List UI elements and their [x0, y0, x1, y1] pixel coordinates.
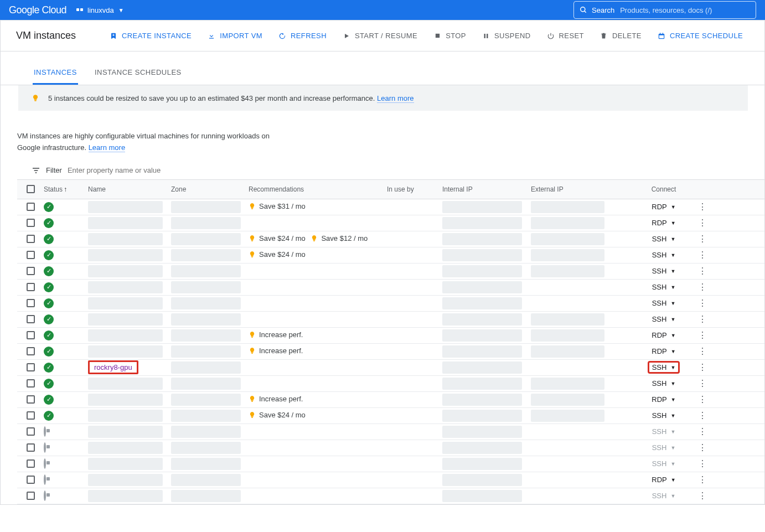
more-actions-button[interactable]: ⋮	[698, 218, 707, 228]
connect-button[interactable]: SSH▼	[649, 314, 679, 324]
col-internal-ip[interactable]: Internal IP	[442, 185, 531, 193]
create-instance-button[interactable]: CREATE INSTANCE	[101, 26, 199, 46]
recommendation-chip[interactable]: Increase perf.	[249, 330, 303, 339]
chevron-down-icon: ▼	[671, 477, 676, 483]
recommendation-chip[interactable]: Save $24 / mo	[249, 411, 306, 419]
recommendation-chip[interactable]: Increase perf.	[249, 395, 303, 403]
delete-button[interactable]: DELETE	[592, 26, 649, 46]
connect-button[interactable]: SSH▼	[649, 410, 679, 421]
more-actions-button[interactable]: ⋮	[698, 202, 707, 211]
connect-button[interactable]: RDP▼	[648, 394, 679, 405]
col-status[interactable]: Status↑	[44, 185, 88, 193]
row-checkbox[interactable]	[27, 267, 35, 275]
table-row: ✓SSH▼⋮	[17, 280, 764, 296]
col-name[interactable]: Name	[88, 185, 171, 193]
col-connect[interactable]: Connect	[636, 185, 691, 193]
row-checkbox[interactable]	[27, 476, 35, 484]
import-vm-button[interactable]: IMPORT VM	[199, 26, 270, 46]
more-actions-button[interactable]: ⋮	[698, 475, 707, 484]
banner-learn-more-link[interactable]: Learn more	[377, 94, 413, 103]
select-all-checkbox[interactable]	[27, 185, 35, 193]
row-checkbox[interactable]	[27, 443, 35, 452]
desc-learn-more-link[interactable]: Learn more	[89, 143, 125, 152]
more-actions-button[interactable]: ⋮	[698, 347, 707, 356]
more-actions-button[interactable]: ⋮	[698, 250, 707, 260]
connect-button[interactable]: RDP▼	[648, 202, 679, 212]
more-actions-button[interactable]: ⋮	[698, 298, 707, 308]
chevron-down-icon: ▼	[670, 493, 675, 499]
connect-button[interactable]: SSH▼	[649, 282, 679, 292]
connect-button[interactable]: SSH▼	[649, 362, 679, 373]
col-recommendations[interactable]: Recommendations	[249, 185, 387, 193]
connect-button[interactable]: RDP▼	[648, 474, 679, 485]
row-checkbox[interactable]	[27, 379, 35, 388]
tab-instances[interactable]: INSTANCES	[33, 68, 78, 85]
more-actions-button[interactable]: ⋮	[698, 443, 707, 452]
recommendation-chip[interactable]: Increase perf.	[249, 347, 303, 355]
connect-button[interactable]: RDP▼	[648, 346, 679, 357]
connect-button[interactable]: SSH▼	[649, 442, 679, 453]
connect-button[interactable]: SSH▼	[649, 250, 679, 260]
more-actions-button[interactable]: ⋮	[698, 234, 707, 244]
suspend-button[interactable]: SUSPEND	[474, 26, 539, 46]
row-checkbox[interactable]	[27, 283, 35, 291]
row-checkbox[interactable]	[27, 251, 35, 259]
start-button[interactable]: START / RESUME	[334, 26, 425, 46]
connect-button[interactable]: SSH▼	[649, 298, 679, 308]
row-checkbox[interactable]	[27, 395, 35, 404]
more-actions-button[interactable]: ⋮	[698, 411, 707, 420]
connect-button[interactable]: RDP▼	[648, 218, 679, 228]
row-checkbox[interactable]	[27, 203, 35, 211]
row-checkbox[interactable]	[27, 235, 35, 243]
more-actions-button[interactable]: ⋮	[698, 282, 707, 292]
row-checkbox[interactable]	[27, 427, 35, 436]
reset-button[interactable]: RESET	[539, 26, 592, 46]
col-inuse[interactable]: In use by	[387, 185, 442, 193]
connect-button[interactable]: SSH▼	[649, 378, 679, 389]
more-actions-button[interactable]: ⋮	[698, 395, 707, 404]
row-checkbox[interactable]	[27, 411, 35, 420]
row-checkbox[interactable]	[27, 315, 35, 323]
recommendation-chip[interactable]: Save $31 / mo	[249, 202, 306, 210]
row-checkbox[interactable]	[27, 347, 35, 355]
search-box[interactable]: Search Products, resources, docs (/)	[573, 1, 756, 19]
col-zone[interactable]: Zone	[171, 185, 249, 193]
connect-button[interactable]: RDP▼	[648, 330, 679, 340]
row-checkbox[interactable]	[27, 492, 35, 500]
more-actions-button[interactable]: ⋮	[698, 330, 707, 340]
row-checkbox[interactable]	[27, 219, 35, 227]
more-actions-button[interactable]: ⋮	[698, 491, 707, 500]
connect-button[interactable]: SSH▼	[649, 490, 679, 501]
project-picker[interactable]: linuxvda ▼	[76, 6, 124, 14]
row-checkbox[interactable]	[27, 363, 35, 371]
connect-button[interactable]: SSH▼	[649, 426, 679, 437]
more-actions-button[interactable]: ⋮	[698, 379, 707, 388]
row-checkbox[interactable]	[27, 299, 35, 307]
row-checkbox[interactable]	[27, 459, 35, 468]
more-actions-button[interactable]: ⋮	[698, 314, 707, 324]
recommendation-chip[interactable]: Save $24 / mo	[249, 234, 306, 242]
gcp-logo[interactable]: Google Cloud	[9, 4, 66, 16]
connect-button[interactable]: SSH▼	[649, 234, 679, 244]
create-schedule-button[interactable]: CREATE SCHEDULE	[649, 26, 751, 46]
col-external-ip[interactable]: External IP	[531, 185, 636, 193]
stop-button[interactable]: STOP	[425, 26, 474, 46]
redacted-external-ip	[531, 313, 604, 326]
recommendation-chip[interactable]: Save $12 / mo	[311, 234, 368, 242]
import-icon	[207, 32, 216, 40]
more-actions-button[interactable]: ⋮	[698, 427, 707, 436]
tab-schedules[interactable]: INSTANCE SCHEDULES	[94, 68, 183, 85]
more-actions-button[interactable]: ⋮	[698, 363, 707, 372]
instance-name-link[interactable]: rockry8-gpu	[94, 363, 132, 371]
connect-button[interactable]: SSH▼	[649, 458, 679, 469]
row-checkbox[interactable]	[27, 331, 35, 339]
refresh-button[interactable]: REFRESH	[270, 26, 334, 46]
connect-button[interactable]: SSH▼	[649, 266, 679, 276]
more-actions-button[interactable]: ⋮	[698, 266, 707, 276]
status-running-icon: ✓	[44, 314, 54, 324]
filter-input[interactable]	[68, 166, 211, 174]
table-row: SSH▼⋮	[17, 440, 764, 456]
redacted-zone	[171, 201, 241, 213]
more-actions-button[interactable]: ⋮	[698, 459, 707, 468]
recommendation-chip[interactable]: Save $24 / mo	[249, 250, 306, 259]
